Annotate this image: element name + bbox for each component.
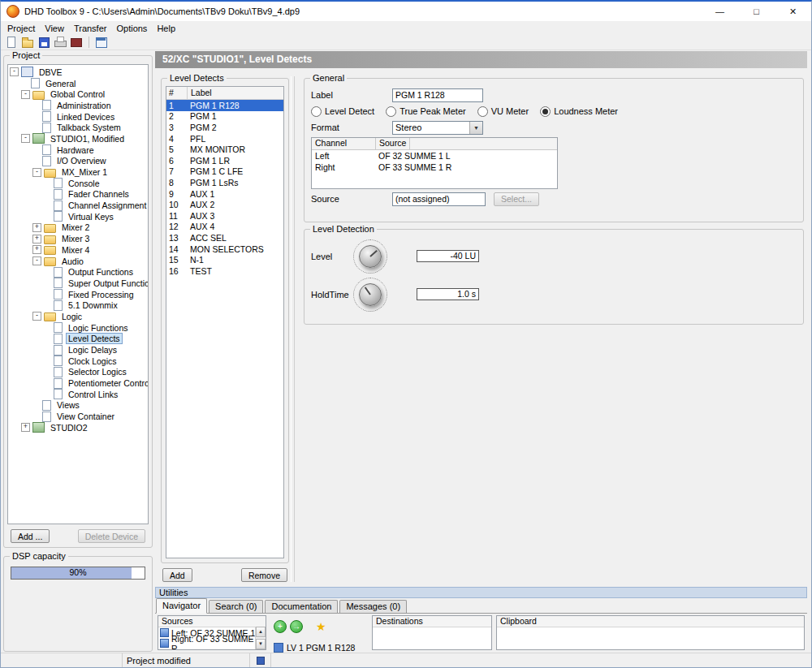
- level-knob-dial[interactable]: [359, 245, 382, 268]
- tree-item-studio1-modified[interactable]: -STUDIO1, Modified: [8, 133, 148, 144]
- menu-item-view[interactable]: View: [40, 23, 69, 34]
- tree-item-label[interactable]: Console: [66, 178, 102, 189]
- tree-item-label[interactable]: Fader Channels: [66, 188, 132, 200]
- new-project-icon[interactable]: [5, 36, 18, 49]
- tree-item-level-detects[interactable]: Level Detects: [8, 334, 148, 345]
- tree-item-linked-devices[interactable]: Linked Devices: [8, 111, 148, 123]
- tree-item-global-control[interactable]: -Global Control: [8, 88, 148, 100]
- remove-level-detect-button[interactable]: Remove: [241, 568, 287, 582]
- tree-item-label[interactable]: Mixer 2: [59, 222, 92, 233]
- tree-item-administration[interactable]: Administration: [8, 100, 148, 111]
- collapse-toggle-icon[interactable]: -: [21, 90, 30, 99]
- tree-item-label[interactable]: Audio: [59, 256, 86, 267]
- expand-toggle-icon[interactable]: +: [32, 223, 41, 232]
- level-detect-row-n-1[interactable]: 15N-1: [166, 254, 283, 265]
- tab-messages-0[interactable]: Messages (0): [339, 600, 407, 613]
- clipboard-panel[interactable]: Clipboard: [496, 615, 805, 650]
- open-project-icon[interactable]: [21, 36, 34, 49]
- column-header-label[interactable]: Label: [188, 87, 212, 99]
- tree-item-virtual-keys[interactable]: Virtual Keys: [8, 211, 148, 222]
- add-level-detect-button[interactable]: Add: [162, 568, 192, 582]
- tree-item-fixed-processing[interactable]: Fixed Processing: [8, 289, 148, 300]
- collapse-toggle-icon[interactable]: -: [32, 312, 41, 321]
- tree-item-potentiometer-control[interactable]: Potentiometer Control: [8, 377, 148, 389]
- level-knob[interactable]: [353, 239, 387, 274]
- collapse-toggle-icon[interactable]: -: [32, 168, 41, 177]
- menu-item-project[interactable]: Project: [2, 23, 40, 34]
- sources-scrollbar[interactable]: ▲ ▼: [255, 627, 266, 649]
- sources-list[interactable]: Sources Left: OF 32 SUMME 1 LRight: OF 3…: [158, 615, 266, 650]
- level-detect-row-pgm-2[interactable]: 3PGM 2: [166, 122, 283, 133]
- tree-item-dbve[interactable]: -DBVE: [8, 67, 148, 78]
- level-detect-row-pfl[interactable]: 4PFL: [166, 133, 283, 144]
- tree-item-logic-delays[interactable]: Logic Delays: [8, 344, 148, 356]
- format-select[interactable]: Stereo ▼: [392, 121, 483, 135]
- tree-item-label[interactable]: Logic Functions: [66, 322, 131, 334]
- level-detect-row-pgm-1-lr[interactable]: 6PGM 1 LR: [166, 155, 283, 166]
- holdtime-value-field[interactable]: 1.0 s: [417, 288, 479, 300]
- level-detect-row-pgm-1-c-lfe[interactable]: 7PGM 1 C LFE: [166, 166, 283, 178]
- tree-item-label[interactable]: Logic Delays: [66, 344, 119, 356]
- level-detect-row-test[interactable]: 16TEST: [166, 265, 283, 277]
- tree-item-label[interactable]: Super Output Functions: [66, 278, 149, 289]
- level-detect-row-pgm-1[interactable]: 2PGM 1: [166, 111, 283, 123]
- tree-item-label[interactable]: Global Control: [48, 88, 107, 100]
- collapse-toggle-icon[interactable]: -: [21, 134, 30, 143]
- tree-item-label[interactable]: General: [43, 78, 78, 89]
- tree-item-mx-mixer-1[interactable]: -MX_Mixer 1: [8, 166, 148, 178]
- expand-toggle-icon[interactable]: +: [21, 423, 30, 432]
- tree-item-view-container[interactable]: View Container: [8, 411, 148, 422]
- transfer-icon[interactable]: [70, 36, 83, 49]
- tree-item-label[interactable]: STUDIO2: [48, 422, 90, 433]
- tree-item-label[interactable]: View Container: [54, 411, 117, 422]
- tree-item-label[interactable]: DBVE: [37, 67, 65, 78]
- menu-item-transfer[interactable]: Transfer: [69, 23, 112, 34]
- tree-item-label[interactable]: Hardware: [54, 144, 97, 156]
- tree-item-label[interactable]: I/O Overview: [54, 155, 109, 166]
- maximize-button[interactable]: □: [738, 2, 775, 21]
- tree-item-label[interactable]: MX_Mixer 1: [59, 166, 110, 178]
- favorite-star-icon[interactable]: ★: [316, 621, 326, 632]
- tree-item-logic[interactable]: -Logic: [8, 311, 148, 322]
- assign-arrow-button[interactable]: →: [290, 620, 303, 633]
- tree-item-label[interactable]: Administration: [54, 100, 114, 111]
- scroll-down-icon[interactable]: ▼: [256, 639, 266, 649]
- collapse-toggle-icon[interactable]: -: [32, 256, 41, 265]
- tree-item-5-1-downmix[interactable]: 5.1 Downmix: [8, 300, 148, 311]
- tree-item-console[interactable]: Console: [8, 178, 148, 189]
- tree-item-label[interactable]: Channel Assignment: [66, 200, 149, 211]
- select-source-button[interactable]: Select...: [494, 192, 539, 206]
- source-column-header[interactable]: Source: [376, 138, 410, 149]
- tab-navigator[interactable]: Navigator: [156, 598, 207, 614]
- tree-item-label[interactable]: Output Functions: [66, 266, 136, 278]
- tree-item-fader-channels[interactable]: Fader Channels: [8, 189, 148, 200]
- tree-item-label[interactable]: Control Links: [66, 389, 120, 400]
- level-detects-list[interactable]: # Label 1PGM 1 R1282PGM 13PGM 24PFL5MX M…: [166, 86, 284, 558]
- tree-item-label[interactable]: Linked Devices: [54, 111, 117, 123]
- minimize-button[interactable]: —: [702, 2, 738, 21]
- source-input[interactable]: [392, 192, 486, 206]
- expand-toggle-icon[interactable]: +: [32, 235, 41, 243]
- tree-item-label[interactable]: STUDIO1, Modified: [48, 133, 127, 144]
- radio-loudness-meter[interactable]: Loudness Meter: [540, 106, 618, 117]
- save-project-icon[interactable]: [37, 36, 50, 49]
- tab-search-0[interactable]: Search (0): [209, 600, 263, 613]
- collapse-toggle-icon[interactable]: -: [10, 67, 19, 76]
- tree-item-label[interactable]: Views: [54, 399, 82, 411]
- tree-item-studio2[interactable]: +STUDIO2: [8, 422, 148, 433]
- tree-item-label[interactable]: Mixer 3: [59, 233, 92, 244]
- level-detect-row-pgm-1-r128[interactable]: 1PGM 1 R128: [166, 100, 283, 111]
- tree-item-selector-logics[interactable]: Selector Logics: [8, 367, 148, 378]
- tree-item-label[interactable]: 5.1 Downmix: [66, 300, 120, 311]
- project-tree[interactable]: -DBVEGeneral-Global ControlAdministratio…: [7, 64, 149, 524]
- channel-row-left[interactable]: LeftOF 32 SUMME 1 L: [312, 150, 557, 162]
- source-item-right-of-33-summe-1-r[interactable]: Right: OF 33 SUMME 1 R: [158, 638, 266, 649]
- print-icon[interactable]: [54, 36, 67, 49]
- tree-item-label[interactable]: Talkback System: [54, 122, 123, 133]
- tree-item-mixer-2[interactable]: +Mixer 2: [8, 222, 148, 234]
- level-detect-row-aux-2[interactable]: 10AUX 2: [166, 199, 283, 210]
- tree-item-label[interactable]: Potentiometer Control: [66, 377, 149, 389]
- tree-item-label[interactable]: Virtual Keys: [66, 211, 116, 222]
- tree-item-talkback-system[interactable]: Talkback System: [8, 122, 148, 133]
- level-detect-row-aux-4[interactable]: 12AUX 4: [166, 222, 283, 233]
